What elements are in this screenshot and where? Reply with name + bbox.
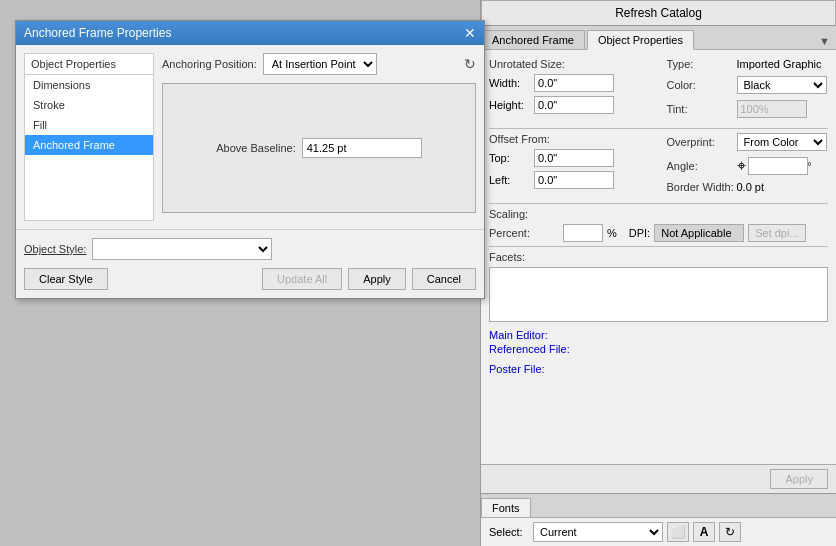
- tab-fonts[interactable]: Fonts: [481, 498, 531, 517]
- top-row: Top:: [489, 149, 651, 167]
- dialog-right: Anchoring Position: At Insertion Point ↻…: [162, 53, 476, 221]
- overprint-select[interactable]: From Color: [737, 133, 827, 151]
- fonts-icon-btn-1[interactable]: ⬜: [667, 522, 689, 542]
- set-dpi-button[interactable]: Set dpi...: [748, 224, 805, 242]
- facets-label: Facets:: [489, 251, 828, 263]
- tab-object-properties[interactable]: Object Properties: [587, 30, 694, 50]
- dialog-close-button[interactable]: ✕: [464, 26, 476, 40]
- anchoring-position-label: Anchoring Position:: [162, 58, 257, 70]
- clear-style-button[interactable]: Clear Style: [24, 268, 108, 290]
- dpi-label: DPI:: [629, 227, 650, 239]
- facets-textarea[interactable]: [489, 267, 828, 322]
- referenced-file-label: Referenced File:: [489, 343, 828, 355]
- dialog-title: Anchored Frame Properties: [24, 26, 171, 40]
- fonts-tabs: Fonts: [481, 494, 836, 518]
- above-baseline-row: Above Baseline:: [216, 138, 422, 158]
- fonts-icon-btn-2[interactable]: A: [693, 522, 715, 542]
- fonts-select-label: Select:: [489, 526, 529, 538]
- top-input[interactable]: [534, 149, 614, 167]
- type-label: Type:: [667, 58, 737, 70]
- anchored-frame-dialog: Anchored Frame Properties ✕ Object Prope…: [15, 20, 485, 299]
- fonts-icon-3: ↻: [725, 525, 735, 539]
- height-row: Height:: [489, 96, 651, 114]
- width-row: Width:: [489, 74, 651, 92]
- type-value: Imported Graphic: [737, 58, 822, 70]
- fonts-icon-1: ⬜: [671, 525, 686, 539]
- height-input[interactable]: [534, 96, 614, 114]
- height-label: Height:: [489, 99, 534, 111]
- dialog-buttons: Clear Style Update All Apply Cancel: [24, 268, 476, 290]
- border-width-label: Border Width:: [667, 181, 737, 193]
- unrotated-size-section: Unrotated Size: Width: Height: Type:: [489, 58, 828, 124]
- left-input[interactable]: [534, 171, 614, 189]
- facets-section: Facets:: [489, 251, 828, 325]
- object-style-select[interactable]: [92, 238, 272, 260]
- main-editor-label: Main Editor:: [489, 329, 828, 341]
- above-baseline-label: Above Baseline:: [216, 142, 296, 154]
- dialog-bottom: Object Style: Clear Style Update All App…: [16, 229, 484, 298]
- dialog-body: Object Properties Dimensions Stroke Fill…: [16, 45, 484, 229]
- percent-row: Percent: % DPI: Not Applicable Set dpi..…: [489, 224, 828, 242]
- anchoring-position-select[interactable]: At Insertion Point: [263, 53, 377, 75]
- dialog-titlebar: Anchored Frame Properties ✕: [16, 21, 484, 45]
- degree-symbol: °: [808, 161, 812, 172]
- border-width-value: 0.0 pt: [737, 181, 765, 193]
- refresh-catalog-button[interactable]: Refresh Catalog: [481, 0, 836, 26]
- tint-label: Tint:: [667, 103, 737, 115]
- update-all-button[interactable]: Update All: [262, 268, 342, 290]
- width-input[interactable]: [534, 74, 614, 92]
- fonts-select[interactable]: Current: [533, 522, 663, 542]
- tab-anchored-frame[interactable]: Anchored Frame: [481, 30, 585, 49]
- overprint-label: Overprint:: [667, 136, 737, 148]
- fonts-icon-btn-3[interactable]: ↻: [719, 522, 741, 542]
- nav-item-fill[interactable]: Fill: [25, 115, 153, 135]
- collapse-icon[interactable]: ▼: [813, 33, 836, 49]
- pct-symbol: %: [607, 227, 617, 239]
- right-panel-content: Unrotated Size: Width: Height: Type:: [481, 50, 836, 546]
- right-panel-apply-button[interactable]: Apply: [770, 469, 828, 489]
- angle-icon: ⌖: [737, 157, 746, 175]
- unrotated-size-label: Unrotated Size:: [489, 58, 651, 70]
- fonts-panel: Fonts Select: Current ⬜ A ↻: [481, 493, 836, 546]
- right-panel: Refresh Catalog Anchored Frame Object Pr…: [480, 0, 836, 546]
- percent-input[interactable]: [563, 224, 603, 242]
- type-row: Type: Imported Graphic: [667, 58, 829, 70]
- poster-file-label: Poster File:: [489, 363, 828, 375]
- angle-input[interactable]: [748, 157, 808, 175]
- left-label: Left:: [489, 174, 534, 186]
- color-row: Color: Black: [667, 76, 829, 94]
- color-label: Color:: [667, 79, 737, 91]
- top-label: Top:: [489, 152, 534, 164]
- object-properties-content: Unrotated Size: Width: Height: Type:: [481, 50, 836, 464]
- apply-button[interactable]: Apply: [348, 268, 406, 290]
- nav-panel: Object Properties Dimensions Stroke Fill…: [24, 53, 154, 221]
- border-width-row: Border Width: 0.0 pt: [667, 181, 829, 193]
- not-applicable-label: Not Applicable: [654, 224, 744, 242]
- nav-item-stroke[interactable]: Stroke: [25, 95, 153, 115]
- percent-label: Percent:: [489, 227, 559, 239]
- left-row: Left:: [489, 171, 651, 189]
- nav-item-anchored-frame[interactable]: Anchored Frame: [25, 135, 153, 155]
- offset-from-label: Offset From:: [489, 133, 651, 145]
- refresh-icon[interactable]: ↻: [464, 56, 476, 72]
- cancel-button[interactable]: Cancel: [412, 268, 476, 290]
- nav-panel-title: Object Properties: [25, 54, 153, 75]
- width-label: Width:: [489, 77, 534, 89]
- overprint-row: Overprint: From Color: [667, 133, 829, 151]
- scaling-section: Scaling: Percent: % DPI: Not Applicable …: [489, 208, 828, 242]
- color-select[interactable]: Black: [737, 76, 827, 94]
- object-style-row: Object Style:: [24, 238, 476, 260]
- tint-input[interactable]: [737, 100, 807, 118]
- nav-item-dimensions[interactable]: Dimensions: [25, 75, 153, 95]
- apply-row: Apply: [481, 464, 836, 493]
- scaling-label: Scaling:: [489, 208, 828, 220]
- object-style-label: Object Style:: [24, 243, 86, 255]
- anchoring-row: Anchoring Position: At Insertion Point ↻: [162, 53, 476, 75]
- above-baseline-input[interactable]: [302, 138, 422, 158]
- angle-row: Angle: ⌖ °: [667, 157, 829, 175]
- fonts-icon-2: A: [700, 525, 709, 539]
- frame-box: Above Baseline:: [162, 83, 476, 213]
- tint-row: Tint:: [667, 100, 829, 118]
- fonts-row: Select: Current ⬜ A ↻: [481, 518, 836, 546]
- angle-label: Angle:: [667, 160, 737, 172]
